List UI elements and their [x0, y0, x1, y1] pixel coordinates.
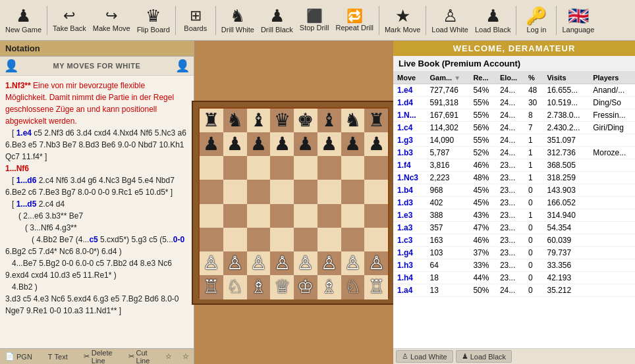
move-cell[interactable]: 1.N...	[393, 109, 426, 122]
board-cell-3-3[interactable]	[270, 180, 294, 203]
board-cell-4-2[interactable]	[247, 204, 271, 228]
board-cell-6-2[interactable]: ♙	[247, 251, 271, 275]
move-cell[interactable]: 1.c4	[393, 122, 426, 134]
board-cell-6-4[interactable]: ♙	[294, 251, 318, 275]
move-cell[interactable]: 1.e3	[393, 209, 426, 222]
livebook-table[interactable]: MoveGam... ▼Re...Elo...%VisitsPlayers 1.…	[393, 72, 635, 348]
board-cell-0-6[interactable]: ♞	[341, 109, 365, 132]
pgn-button[interactable]: 📄 PGN	[3, 351, 35, 361]
col-header-5[interactable]: Visits	[543, 72, 589, 84]
move-cell[interactable]: 1.a4	[393, 284, 426, 297]
move-cell[interactable]: 1.f4	[393, 159, 426, 172]
board-cell-7-6[interactable]: ♘	[341, 275, 365, 299]
board-cell-0-3[interactable]: ♛	[270, 109, 294, 132]
table-row[interactable]: 1.g314,09055%24...1351.097	[393, 134, 635, 147]
board-cell-5-4[interactable]	[294, 228, 318, 251]
board-cell-4-0[interactable]	[200, 204, 223, 228]
star-button-1[interactable]: ☆	[163, 351, 175, 361]
table-row[interactable]: 1.f43,81646%23...1368.505	[393, 159, 635, 172]
notation-content[interactable]: 1.Nf3** Eine von mir bevorzugte flexible…	[0, 76, 194, 348]
move-nf3[interactable]: 1.Nf3**	[5, 81, 31, 90]
board-cell-1-0[interactable]: ♟	[200, 132, 223, 156]
board-cell-3-6[interactable]	[341, 180, 365, 203]
table-row[interactable]: 1.d4591,31855%24...3010.519...Ding/So	[393, 97, 635, 109]
move-cell[interactable]: 1.c3	[393, 234, 426, 247]
move-d6[interactable]: 1...d6	[16, 176, 37, 185]
take-back-button[interactable]: ↩ Take Back	[50, 2, 89, 39]
board-cell-7-2[interactable]: ♗	[247, 275, 271, 299]
table-row[interactable]: 1.N...167,69155%24...82.738.0...Fressin.…	[393, 109, 635, 122]
stop-drill-button[interactable]: ⬛ Stop Drill	[297, 2, 332, 39]
move-d5[interactable]: 1...d5	[16, 199, 37, 209]
log-in-button[interactable]: 🔑 Log in	[519, 2, 553, 39]
move-cell[interactable]: 1.b3	[393, 147, 426, 159]
move-cell[interactable]: 1.h4	[393, 272, 426, 284]
col-header-4[interactable]: %	[524, 72, 543, 84]
board-cell-2-4[interactable]	[294, 156, 318, 180]
col-header-0[interactable]: Move	[393, 72, 426, 84]
move-cell[interactable]: 1.d4	[393, 97, 426, 109]
board-cell-6-7[interactable]: ♙	[364, 251, 388, 275]
board-cell-2-6[interactable]	[341, 156, 365, 180]
drill-black-button[interactable]: ♟ Drill Black	[258, 2, 296, 39]
board-cell-4-1[interactable]	[223, 204, 247, 228]
table-row[interactable]: 1.d340245%23...0166.052	[393, 197, 635, 209]
repeat-drill-button[interactable]: 🔁 Repeat Drill	[333, 2, 375, 39]
board-cell-6-0[interactable]: ♙	[200, 251, 223, 275]
move-cell[interactable]: 1.e4	[393, 84, 426, 97]
make-move-button[interactable]: ↪ Make Move	[90, 2, 133, 39]
board-cell-5-0[interactable]	[200, 228, 223, 251]
board-cell-5-5[interactable]	[318, 228, 341, 251]
board-cell-2-5[interactable]	[318, 156, 341, 180]
load-white-button[interactable]: ♙ Load White	[429, 2, 471, 39]
board-cell-3-2[interactable]	[247, 180, 271, 203]
board-cell-5-1[interactable]	[223, 228, 247, 251]
new-game-button[interactable]: ♟ New Game	[3, 2, 44, 39]
board-cell-5-3[interactable]	[270, 228, 294, 251]
move-cell[interactable]: 1.g4	[393, 247, 426, 259]
flip-board-button[interactable]: ♛ Flip Board	[134, 2, 173, 39]
board-cell-6-5[interactable]: ♙	[318, 251, 341, 275]
language-button[interactable]: 🇬🇧 Language	[559, 2, 597, 39]
board-cell-5-7[interactable]	[364, 228, 388, 251]
board-cell-2-2[interactable]	[247, 156, 271, 180]
table-row[interactable]: 1.b35,78752%24...1312.736Moroze...	[393, 147, 635, 159]
board-cell-7-1[interactable]: ♘	[223, 275, 247, 299]
cut-line-button[interactable]: ✂ Cut Line	[126, 348, 153, 365]
move-cell[interactable]: 1.Nc3	[393, 172, 426, 184]
board-cell-4-7[interactable]	[364, 204, 388, 228]
board-cell-0-7[interactable]: ♜	[364, 109, 388, 132]
drill-white-button[interactable]: ♞ Drill White	[219, 2, 257, 39]
text-button[interactable]: T Text	[45, 352, 70, 361]
board-cell-4-4[interactable]	[294, 204, 318, 228]
board-cell-7-7[interactable]: ♖	[364, 275, 388, 299]
board-cell-3-4[interactable]	[294, 180, 318, 203]
board-cell-2-7[interactable]	[364, 156, 388, 180]
move-e4[interactable]: 1.e4	[16, 128, 32, 138]
move-1nf6[interactable]: 1...Nf6	[5, 164, 29, 173]
board-cell-0-5[interactable]: ♝	[318, 109, 341, 132]
board-cell-1-1[interactable]: ♟	[223, 132, 247, 156]
board-cell-7-4[interactable]: ♔	[294, 275, 318, 299]
board-cell-0-1[interactable]: ♞	[223, 109, 247, 132]
board-cell-5-6[interactable]	[341, 228, 365, 251]
move-cell[interactable]: 1.h3	[393, 259, 426, 272]
board-cell-2-1[interactable]	[223, 156, 247, 180]
mark-move-button[interactable]: ★ Mark Move	[382, 2, 423, 39]
board-cell-1-5[interactable]: ♟	[318, 132, 341, 156]
table-row[interactable]: 1.a41350%24...035.212	[393, 284, 635, 297]
board-cell-1-7[interactable]: ♟	[364, 132, 388, 156]
move-cell[interactable]: 1.g3	[393, 134, 426, 147]
board-cell-4-5[interactable]	[318, 204, 341, 228]
col-header-3[interactable]: Elo...	[496, 72, 524, 84]
board-cell-2-0[interactable]	[200, 156, 223, 180]
lb-load-black-button[interactable]: ♟ Load Black	[456, 350, 512, 363]
table-row[interactable]: 1.h41844%23...042.193	[393, 272, 635, 284]
board-cell-0-4[interactable]: ♚	[294, 109, 318, 132]
board-cell-5-2[interactable]	[247, 228, 271, 251]
board-cell-6-3[interactable]: ♙	[270, 251, 294, 275]
table-row[interactable]: 1.h36433%23...033.356	[393, 259, 635, 272]
col-header-6[interactable]: Players	[589, 72, 635, 84]
board-cell-7-0[interactable]: ♖	[200, 275, 223, 299]
board-cell-1-2[interactable]: ♟	[247, 132, 271, 156]
